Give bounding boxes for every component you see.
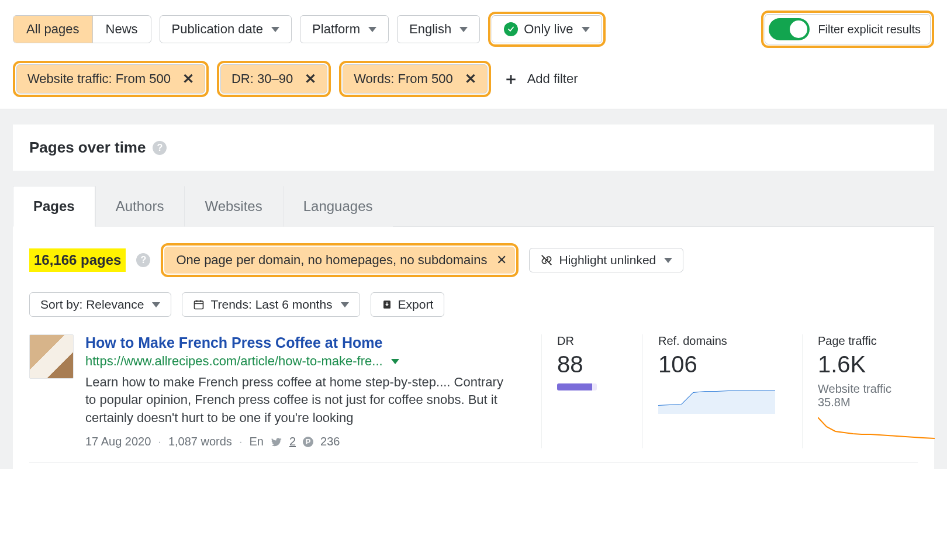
- dr-bar: [557, 383, 597, 390]
- close-icon[interactable]: ✕: [496, 253, 507, 268]
- chevron-down-icon: [582, 27, 590, 32]
- filter-chip-dr[interactable]: DR: 30–90✕: [220, 64, 327, 94]
- add-filter-button[interactable]: ＋Add filter: [499, 65, 582, 92]
- highlight-domain-filter: One page per domain, no homepages, no su…: [161, 243, 519, 277]
- highlight-explicit-filter: Filter explicit results: [761, 11, 934, 48]
- calendar-icon: [193, 299, 205, 310]
- result-description: Learn how to make French press coffee at…: [85, 374, 506, 427]
- content-panel: Pages over time? Pages Authors Websites …: [0, 109, 947, 469]
- twitter-count[interactable]: 2: [289, 435, 296, 448]
- tab-authors[interactable]: Authors: [95, 186, 185, 227]
- metric-dr: DR 88: [541, 334, 642, 448]
- ref-domains-value: 106: [658, 351, 787, 378]
- highlight-unlinked-dropdown[interactable]: Highlight unlinked: [529, 248, 683, 272]
- check-circle-icon: [504, 22, 518, 36]
- chevron-down-icon: [368, 27, 376, 32]
- chevron-down-icon: [271, 27, 279, 32]
- highlight-only-live: Only live: [488, 12, 605, 47]
- help-icon[interactable]: ?: [136, 253, 150, 267]
- broken-link-icon: [540, 254, 553, 267]
- close-icon[interactable]: ✕: [462, 71, 479, 87]
- dr-value: 88: [557, 351, 627, 378]
- segment-news[interactable]: News: [92, 16, 151, 43]
- export-button[interactable]: Export: [371, 292, 445, 317]
- result-url[interactable]: https://www.allrecipes.com/article/how-t…: [85, 354, 530, 369]
- only-live-dropdown[interactable]: Only live: [492, 15, 602, 43]
- chevron-down-icon: [459, 27, 468, 32]
- result-meta: 17 Aug 2020· 1,087 words· En 2 P 236: [85, 435, 530, 448]
- sort-dropdown[interactable]: Sort by: Relevance: [29, 292, 171, 317]
- segment-all-pages[interactable]: All pages: [13, 16, 92, 43]
- result-thumbnail[interactable]: [29, 334, 74, 379]
- chevron-down-icon[interactable]: [391, 359, 399, 364]
- result-tabs: Pages Authors Websites Languages: [13, 186, 934, 227]
- svg-rect-1: [195, 301, 203, 309]
- result-title[interactable]: How to Make French Press Coffee at Home: [85, 334, 530, 351]
- language-dropdown[interactable]: English: [397, 15, 480, 43]
- tab-pages[interactable]: Pages: [13, 186, 95, 227]
- close-icon[interactable]: ✕: [302, 71, 319, 87]
- website-traffic-label: Website traffic: [818, 382, 946, 396]
- result-wordcount: 1,087 words: [168, 435, 232, 448]
- chevron-down-icon: [341, 302, 349, 307]
- twitter-icon: [271, 436, 282, 448]
- page-traffic-value: 1.6K: [818, 351, 946, 378]
- page-traffic-sparkline: [818, 415, 935, 445]
- tab-languages[interactable]: Languages: [283, 186, 393, 227]
- help-icon[interactable]: ?: [153, 141, 167, 155]
- result-date: 17 Aug 2020: [85, 435, 151, 448]
- metric-ref-domains: Ref. domains 106: [642, 334, 802, 448]
- toggle-switch-icon[interactable]: [769, 18, 810, 40]
- ref-domains-sparkline: [658, 383, 775, 414]
- domain-filter-chip[interactable]: One page per domain, no homepages, no su…: [164, 247, 515, 274]
- pages-over-time-card: Pages over time?: [13, 125, 934, 171]
- website-traffic-value: 35.8M: [818, 396, 946, 409]
- pinterest-icon: P: [303, 437, 313, 447]
- result-metrics: DR 88 Ref. domains 106 Page traffic 1.6K…: [541, 334, 947, 448]
- filter-chip-words[interactable]: Words: From 500✕: [343, 64, 488, 94]
- chevron-down-icon: [664, 258, 672, 263]
- highlight-chip-traffic: Website traffic: From 500✕: [13, 61, 209, 97]
- highlight-chip-dr: DR: 30–90✕: [217, 61, 331, 97]
- pinterest-count[interactable]: 236: [320, 435, 340, 448]
- close-icon[interactable]: ✕: [180, 71, 196, 87]
- results-sheet: 16,166 pages ? One page per domain, no h…: [13, 226, 934, 469]
- tab-websites[interactable]: Websites: [184, 186, 282, 227]
- trends-dropdown[interactable]: Trends: Last 6 months: [182, 292, 360, 317]
- publication-date-dropdown[interactable]: Publication date: [160, 15, 292, 43]
- chevron-down-icon: [152, 302, 160, 307]
- pages-over-time-title: Pages over time?: [29, 139, 918, 157]
- filter-explicit-toggle[interactable]: Filter explicit results: [765, 14, 931, 44]
- metric-page-traffic: Page traffic 1.6K Website traffic 35.8M: [802, 334, 947, 448]
- platform-dropdown[interactable]: Platform: [300, 15, 389, 43]
- page-type-segment: All pages News: [13, 15, 151, 43]
- highlight-chip-words: Words: From 500✕: [339, 61, 491, 97]
- filter-bar: All pages News Publication date Platform…: [0, 0, 947, 109]
- result-language: En: [249, 435, 263, 448]
- filter-chip-website-traffic[interactable]: Website traffic: From 500✕: [16, 64, 205, 94]
- result-row: How to Make French Press Coffee at Home …: [29, 334, 918, 463]
- download-icon: [382, 299, 392, 310]
- results-count: 16,166 pages: [29, 248, 126, 272]
